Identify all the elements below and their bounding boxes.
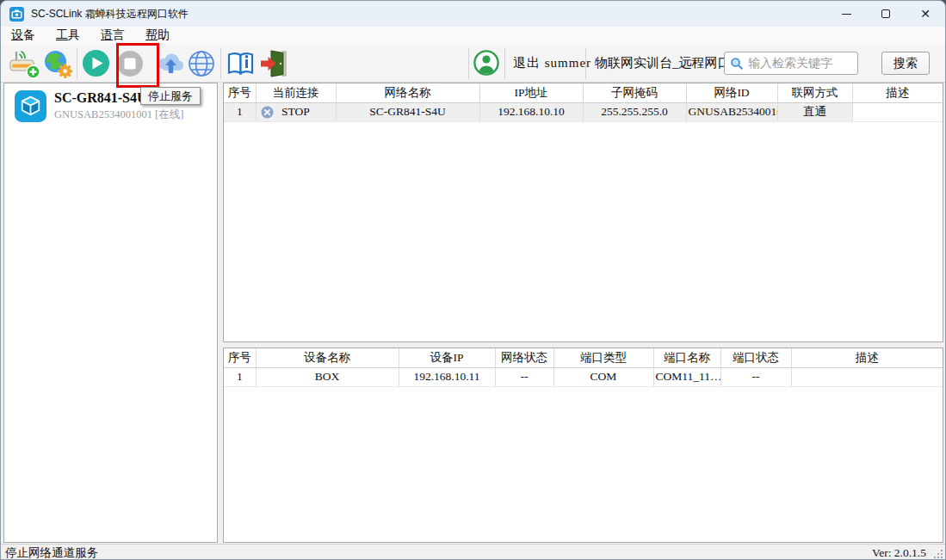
toolbar-separator — [585, 48, 586, 79]
app-window: SC-SCLink 霜蝉科技远程网口软件 ✕ 设备 工具 语言 帮助 — [0, 0, 946, 560]
cell-index: 1 — [224, 367, 256, 386]
cell-ip: 192.168.10.10 — [479, 102, 583, 121]
search-icon — [730, 57, 744, 71]
avatar-icon — [473, 50, 499, 76]
stop-service-icon — [116, 50, 144, 77]
close-button[interactable]: ✕ — [906, 1, 945, 27]
menu-bar: 设备 工具 语言 帮助 — [1, 27, 945, 44]
column-header: IP地址 — [479, 83, 583, 102]
device-table: 序号 设备名称 设备IP 网络状态 端口类型 端口名称 端口状态 描述 1 BO… — [224, 348, 943, 387]
search-input[interactable] — [748, 57, 847, 71]
maximize-button[interactable] — [866, 1, 906, 27]
column-header: 子网掩码 — [583, 83, 686, 102]
toolbar: 退出 summer 物联网实训台_远程网口 搜索 — [1, 44, 945, 83]
tooltip-text: 停止服务 — [148, 89, 193, 104]
minimize-button[interactable] — [826, 1, 866, 27]
column-header: 序号 — [224, 83, 256, 102]
cell-device-ip: 192.168.10.11 — [399, 367, 495, 386]
column-header: 描述 — [852, 83, 943, 102]
column-header: 网络状态 — [495, 348, 553, 367]
column-header: 当前连接 — [256, 83, 336, 102]
cell-port-name: COM11_11… — [653, 367, 720, 386]
stop-status-icon — [261, 106, 274, 119]
column-header: 联网方式 — [777, 83, 852, 102]
username: summer — [545, 56, 591, 70]
column-header: 端口类型 — [553, 348, 653, 367]
column-header: 端口名称 — [653, 348, 720, 367]
account-avatar-button[interactable] — [473, 50, 499, 76]
cell-network-name: SC-GR841-S4U — [336, 102, 479, 121]
status-bar: 停止网络通道服务 Ver: 2.0.1.5 — [1, 544, 945, 560]
device-list-panel: SC-GR841-S4U GNUSAB2534001001 [在线] — [3, 83, 218, 543]
menu-language[interactable]: 语言 — [97, 28, 128, 43]
maximize-icon — [881, 9, 890, 18]
window-title: SC-SCLink 霜蝉科技远程网口软件 — [31, 7, 189, 22]
menu-help[interactable]: 帮助 — [142, 28, 173, 43]
resize-grip-icon[interactable] — [933, 549, 943, 559]
cell-description — [852, 102, 943, 121]
title-bar: SC-SCLink 霜蝉科技远程网口软件 ✕ — [1, 1, 945, 27]
device-status-badge: [在线] — [155, 108, 183, 120]
menu-device[interactable]: 设备 — [8, 28, 39, 43]
column-header: 描述 — [791, 348, 943, 367]
version-label: Ver: 2.0.1.5 — [872, 546, 926, 560]
upload-cloud-icon — [156, 51, 186, 78]
network-table-panel: 序号 当前连接 网络名称 IP地址 子网掩码 网络ID 联网方式 描述 1 ST… — [223, 83, 943, 342]
toolbar-separator — [468, 48, 469, 79]
add-device-button[interactable] — [9, 47, 40, 79]
network-globe-icon — [187, 49, 216, 78]
network-table-row[interactable]: 1 STOP SC-GR841-S4U 192.168.10.10 255.25… — [224, 102, 943, 121]
cell-port-type: COM — [553, 367, 653, 386]
column-header: 端口状态 — [720, 348, 791, 367]
column-header: 设备IP — [399, 348, 495, 367]
cell-subnet-mask: 255.255.255.0 — [583, 102, 686, 121]
start-service-icon — [82, 49, 110, 77]
network-config-icon — [43, 49, 73, 79]
network-table-header-row: 序号 当前连接 网络名称 IP地址 子网掩码 网络ID 联网方式 描述 — [224, 83, 943, 102]
device-box-icon — [15, 90, 46, 122]
cell-index: 1 — [224, 102, 256, 121]
cell-port-status: -- — [720, 367, 791, 386]
tooltip: 停止服务 — [140, 87, 201, 105]
exit-door-icon — [259, 49, 288, 78]
exit-button[interactable] — [259, 49, 288, 78]
toolbar-separator — [220, 48, 221, 79]
device-serial: GNUSAB2534001001 — [54, 108, 152, 120]
window-controls: ✕ — [826, 1, 945, 27]
column-header: 网络名称 — [336, 83, 479, 102]
search-button[interactable]: 搜索 — [881, 52, 930, 75]
log-book-icon — [226, 50, 256, 77]
stop-service-button[interactable] — [116, 50, 144, 77]
upload-button[interactable] — [156, 51, 186, 78]
cell-connection: STOP — [256, 102, 336, 121]
search-box — [724, 52, 858, 75]
app-icon — [9, 7, 24, 22]
network-table: 序号 当前连接 网络名称 IP地址 子网掩码 网络ID 联网方式 描述 1 ST… — [224, 83, 943, 122]
start-service-button[interactable] — [82, 49, 110, 77]
column-header: 设备名称 — [256, 348, 399, 367]
log-book-button[interactable] — [226, 50, 256, 77]
cell-description — [791, 367, 943, 386]
cell-device-name: BOX — [256, 367, 399, 386]
column-header: 网络ID — [686, 83, 777, 102]
network-globe-button[interactable] — [187, 49, 216, 78]
menu-tools[interactable]: 工具 — [53, 28, 83, 43]
toolbar-separator — [77, 48, 77, 79]
device-table-panel: 序号 设备名称 设备IP 网络状态 端口类型 端口名称 端口状态 描述 1 BO… — [223, 348, 943, 543]
cell-mode: 直通 — [777, 102, 852, 121]
toolbar-separator — [504, 48, 505, 79]
cell-network-id: GNUSAB2534001001 — [686, 102, 777, 121]
column-header: 序号 — [224, 348, 256, 367]
cell-net-status: -- — [495, 367, 553, 386]
status-message: 停止网络通道服务 — [1, 545, 98, 560]
device-table-header-row: 序号 设备名称 设备IP 网络状态 端口类型 端口名称 端口状态 描述 — [224, 348, 943, 367]
logout-button[interactable]: 退出 summer — [513, 55, 591, 71]
minimize-icon — [842, 14, 851, 15]
close-icon: ✕ — [920, 7, 931, 21]
add-device-icon — [9, 47, 40, 79]
network-config-button[interactable] — [43, 49, 73, 79]
workspace-label: 物联网实训台_远程网口 — [595, 55, 731, 71]
device-table-row[interactable]: 1 BOX 192.168.10.11 -- COM COM11_11… -- — [224, 367, 943, 386]
